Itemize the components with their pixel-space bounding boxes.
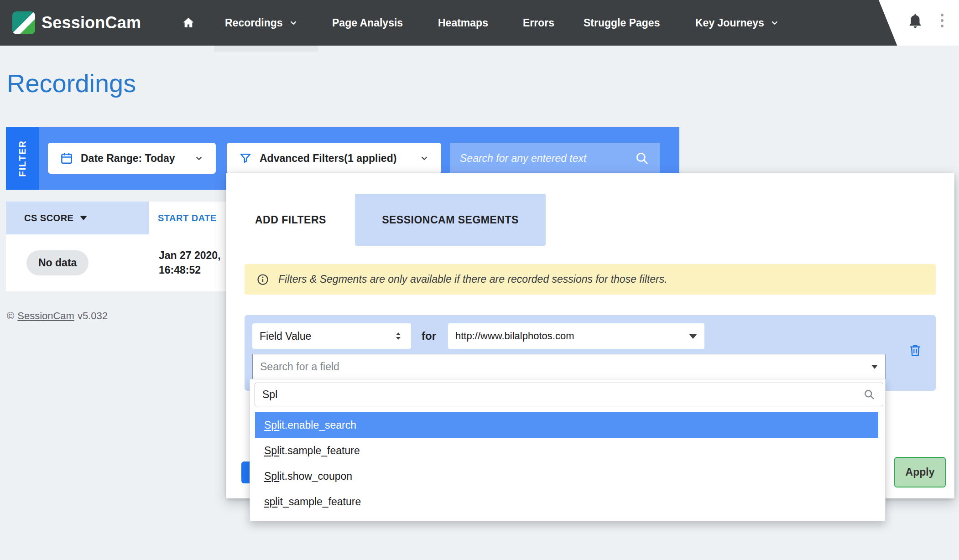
nav-item-label: Key Journeys (695, 17, 764, 29)
start-date-label: START DATE (158, 213, 217, 223)
chevron-down-icon (419, 153, 429, 163)
date-range-label: Date Range: Today (81, 152, 175, 165)
filter-collapse-tab[interactable]: FILTER (6, 127, 39, 190)
field-option-split-enable-search[interactable]: Split.enable_search (255, 412, 878, 438)
text-search-box (450, 143, 660, 174)
column-header-start-date[interactable]: START DATE (149, 202, 226, 234)
chevron-down-icon (194, 153, 204, 163)
filter-tab-label: FILTER (17, 140, 28, 177)
segments-notice-banner: Filters & Segments are only available if… (245, 264, 936, 295)
nav-item-label: Struggle Pages (584, 17, 660, 29)
recordings-table-header: CS SCORE START DATE (6, 202, 226, 234)
text-search-input[interactable] (460, 152, 634, 165)
funnel-icon (239, 151, 252, 165)
field-options-list: Split.enable_search Split.sample_feature… (250, 412, 885, 514)
notice-text: Filters & Segments are only available if… (278, 273, 667, 285)
nav-home[interactable] (181, 0, 196, 46)
cs-score-label: CS SCORE (24, 213, 73, 223)
top-nav: SessionCam Recordings Page Analysis Heat… (0, 0, 959, 46)
footer: © SessionCam v5.032 (7, 310, 108, 322)
nav-item-label: Heatmaps (438, 17, 488, 29)
info-icon (256, 273, 269, 286)
field-option-split-sample-feature[interactable]: Split.sample_feature (250, 438, 885, 463)
column-header-cs-score[interactable]: CS SCORE (6, 202, 149, 234)
table-row[interactable]: No data Jan 27 2020, 16:48:52 (6, 234, 226, 291)
brand-name: SessionCam (42, 13, 141, 32)
sort-updown-icon (393, 331, 404, 342)
nav-item-page-analysis[interactable]: Page Analysis (332, 0, 403, 46)
advanced-filters-label: Advanced Filters(1 applied) (260, 152, 396, 165)
cs-score-badge: No data (26, 250, 89, 275)
delete-filter-button[interactable] (908, 343, 923, 358)
field-search-box (255, 383, 883, 406)
copyright-symbol: © (7, 310, 14, 322)
site-value: http://www.bilalphotos.com (455, 330, 574, 342)
search-icon (863, 388, 876, 401)
dropdown-caret-icon (689, 334, 697, 339)
field-type-value: Field Value (260, 330, 311, 342)
field-combobox[interactable]: Search for a field (252, 354, 886, 380)
field-search-input[interactable] (262, 389, 857, 401)
field-option-split-sample-feature-underscore[interactable]: split_sample_feature (250, 489, 885, 514)
nav-item-struggle-pages[interactable]: Struggle Pages (584, 0, 660, 46)
for-label: for (422, 323, 436, 349)
brand-logo[interactable]: SessionCam (12, 0, 141, 46)
chevron-down-icon (770, 18, 780, 28)
nav-item-label: Recordings (225, 17, 283, 29)
apply-button[interactable]: Apply (894, 457, 946, 487)
site-select[interactable]: http://www.bilalphotos.com (448, 323, 704, 349)
footer-brand-link[interactable]: SessionCam (17, 310, 74, 322)
bell-icon (906, 12, 924, 30)
advanced-filters-panel: ADD FILTERS SESSIONCAM SEGMENTS Filters … (226, 173, 954, 498)
nav-active-indicator (214, 46, 318, 52)
kebab-menu-icon[interactable] (941, 14, 943, 27)
nav-item-heatmaps[interactable]: Heatmaps (438, 0, 488, 46)
page-title: Recordings (7, 68, 136, 98)
tab-sessioncam-segments[interactable]: SESSIONCAM SEGMENTS (355, 194, 546, 246)
chevron-down-icon (288, 18, 298, 28)
nav-item-label: Page Analysis (332, 17, 403, 29)
dropdown-caret-icon (871, 365, 878, 369)
sessioncam-app: SessionCam Recordings Page Analysis Heat… (0, 0, 959, 560)
nav-item-label: Errors (523, 17, 554, 29)
start-date-value: Jan 27 2020, 16:48:52 (159, 248, 221, 277)
nav-item-recordings[interactable]: Recordings (225, 0, 298, 46)
field-type-select[interactable]: Field Value (252, 323, 411, 349)
tab-add-filters[interactable]: ADD FILTERS (255, 194, 326, 246)
calendar-icon (60, 151, 73, 165)
notifications-button[interactable] (906, 12, 924, 30)
home-icon (181, 15, 196, 31)
search-icon[interactable] (634, 150, 650, 166)
sort-desc-icon (80, 216, 87, 220)
nav-item-errors[interactable]: Errors (523, 0, 554, 46)
date-range-button[interactable]: Date Range: Today (48, 143, 216, 174)
sessioncam-logo-icon (12, 11, 35, 34)
advanced-filters-button[interactable]: Advanced Filters(1 applied) (227, 143, 441, 174)
field-combobox-placeholder: Search for a field (260, 361, 339, 373)
field-option-split-show-coupon[interactable]: Split.show_coupon (250, 463, 885, 489)
field-search-popup: Split.enable_search Split.sample_feature… (250, 379, 886, 521)
trash-icon (908, 343, 923, 358)
version-label: v5.032 (78, 310, 108, 322)
nav-item-key-journeys[interactable]: Key Journeys (695, 0, 780, 46)
